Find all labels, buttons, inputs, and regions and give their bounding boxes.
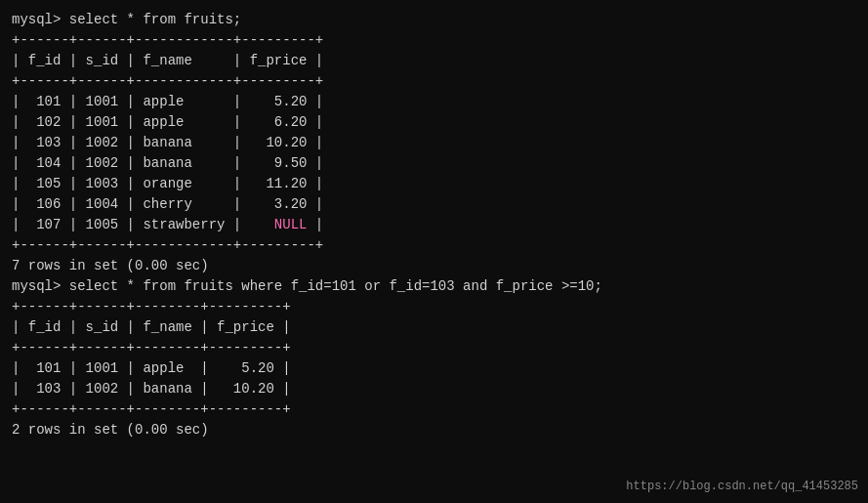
watermark: https://blog.csdn.net/qq_41453285 bbox=[626, 480, 858, 493]
terminal-line: | 101 | 1001 | apple | 5.20 | bbox=[12, 92, 856, 112]
terminal-line: mysql> select * from fruits; bbox=[12, 10, 856, 30]
terminal-line: | 104 | 1002 | banana | 9.50 | bbox=[12, 153, 856, 174]
terminal-line: mysql> select * from fruits where f_id=1… bbox=[12, 276, 856, 297]
terminal-line: +------+------+------------+---------+ bbox=[12, 30, 856, 51]
terminal-line: +------+------+--------+---------+ bbox=[12, 399, 856, 420]
terminal-line: | 107 | 1005 | strawberry | NULL | bbox=[12, 215, 856, 235]
terminal-line: | 103 | 1002 | banana | 10.20 | bbox=[12, 379, 856, 399]
terminal-line: | f_id | s_id | f_name | f_price | bbox=[12, 317, 856, 338]
terminal-line: +------+------+--------+---------+ bbox=[12, 338, 856, 358]
terminal-line: +------+------+------------+---------+ bbox=[12, 235, 856, 256]
terminal-line: 2 rows in set (0.00 sec) bbox=[12, 420, 856, 440]
terminal-line: | 102 | 1001 | apple | 6.20 | bbox=[12, 112, 856, 133]
terminal-line: 7 rows in set (0.00 sec) bbox=[12, 256, 856, 276]
terminal-line: +------+------+--------+---------+ bbox=[12, 297, 856, 317]
null-value: NULL bbox=[274, 217, 308, 232]
terminal-window: mysql> select * from fruits;+------+----… bbox=[0, 0, 868, 503]
terminal-line: | 105 | 1003 | orange | 11.20 | bbox=[12, 174, 856, 194]
terminal-line: | 106 | 1004 | cherry | 3.20 | bbox=[12, 194, 856, 215]
terminal-line: | 101 | 1001 | apple | 5.20 | bbox=[12, 358, 856, 379]
terminal-line: | f_id | s_id | f_name | f_price | bbox=[12, 51, 856, 71]
terminal-line: | 103 | 1002 | banana | 10.20 | bbox=[12, 133, 856, 153]
terminal-line: +------+------+------------+---------+ bbox=[12, 71, 856, 92]
